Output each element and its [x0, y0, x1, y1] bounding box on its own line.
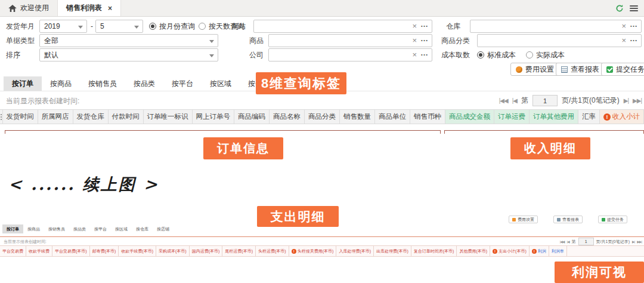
dimension-tab[interactable]: 按订单: [4, 76, 42, 91]
menu-icon[interactable]: [630, 5, 638, 11]
clear-icon[interactable]: ×: [620, 35, 628, 47]
dimension-tab[interactable]: 按销售员: [80, 76, 125, 91]
dimension-tab[interactable]: 按品类: [125, 76, 163, 91]
prev-page-icon[interactable]: |◀: [512, 97, 517, 104]
page-number-input[interactable]: [578, 238, 594, 245]
lookup-icon[interactable]: …: [419, 20, 432, 32]
dimension-tab[interactable]: 按区域: [202, 76, 240, 91]
ship-month-select[interactable]: 5: [95, 20, 143, 33]
dimension-tab[interactable]: 按销售员: [44, 224, 69, 233]
first-page-icon[interactable]: |◀◀: [499, 97, 508, 104]
column-header[interactable]: ! 收款手续费: [26, 246, 52, 256]
mini-fee-settings-button[interactable]: 费用设置: [509, 216, 538, 223]
radio-on-icon: [477, 51, 484, 59]
column-header[interactable]: ! 发货仓库: [73, 110, 109, 124]
column-header[interactable]: ! 网上订单号: [193, 110, 235, 124]
column-header[interactable]: ! 商品名称: [270, 110, 305, 124]
column-header[interactable]: ! 订单其他费用: [530, 110, 578, 124]
column-header[interactable]: ! 头程运费(本币): [256, 246, 289, 256]
last-page-icon[interactable]: ▶▶|: [637, 239, 642, 244]
lookup-icon[interactable]: …: [419, 35, 432, 47]
page-label: 第: [521, 96, 528, 106]
close-tab-icon[interactable]: ×: [108, 4, 112, 13]
column-header[interactable]: ! 平台交易费: [0, 246, 26, 256]
report-list-icon: [561, 66, 568, 73]
website-input[interactable]: [254, 21, 410, 32]
submit-task-button[interactable]: 提交任务: [601, 63, 644, 76]
tabbar-actions: [615, 0, 644, 16]
column-header[interactable]: ! 尾程运费(本币): [222, 246, 256, 256]
column-header[interactable]: ! 收款手续费(本币): [119, 246, 156, 256]
dimension-tab[interactable]: 按订单: [2, 224, 23, 233]
radio-by-month[interactable]: 按月份查询: [149, 20, 195, 33]
column-header[interactable]: ! 商品编码: [234, 110, 270, 124]
dimension-tab[interactable]: 按平台: [163, 76, 202, 91]
product-label: 商品: [249, 34, 264, 47]
clear-icon[interactable]: ×: [410, 49, 419, 61]
warehouse-input[interactable]: [470, 21, 620, 32]
dimension-tab[interactable]: 按商品: [23, 224, 44, 233]
column-header[interactable]: ! 邮寄费(本币): [90, 246, 119, 256]
fee-settings-button[interactable]: 费用设置: [510, 63, 559, 76]
last-page-icon[interactable]: ▶▶|: [633, 97, 642, 104]
view-report-button[interactable]: 查看报表: [556, 63, 605, 76]
dimension-tab[interactable]: 按区域: [111, 224, 132, 233]
lookup-icon[interactable]: …: [628, 35, 641, 47]
column-header[interactable]: ! 支出小计(本币): [490, 246, 530, 256]
column-header[interactable]: ! 销售数量: [340, 110, 375, 124]
company-input[interactable]: [269, 50, 410, 60]
column-header[interactable]: ! 采购成本(本币): [156, 246, 190, 256]
page-info: 页/共1页(0笔记录): [562, 96, 620, 106]
page-number-input[interactable]: [532, 95, 558, 106]
mini-view-report-button[interactable]: 查看报表: [553, 216, 583, 223]
column-header[interactable]: ! 头程报关费用(本币): [289, 246, 337, 256]
column-header[interactable]: ! 利润率: [549, 246, 567, 256]
doc-type-select[interactable]: 全部: [39, 34, 218, 47]
refresh-icon[interactable]: [615, 4, 624, 13]
column-header[interactable]: ! 平台交易费(本币): [52, 246, 90, 256]
next-page-icon[interactable]: ▶|: [632, 239, 634, 244]
dimension-tab[interactable]: 按店铺: [153, 224, 174, 233]
column-header[interactable]: ! 销售币种: [410, 110, 445, 124]
column-header[interactable]: ! 商品单位: [375, 110, 410, 124]
column-header[interactable]: ! 其他费用(本币): [457, 246, 490, 256]
tab-sales-profit-report[interactable]: 销售利润表 ×: [57, 0, 121, 16]
warning-icon: !: [532, 249, 537, 254]
next-page-icon[interactable]: ▶|: [624, 97, 628, 104]
product-input[interactable]: [269, 35, 410, 46]
radio-standard-cost[interactable]: 标准成本: [477, 48, 516, 61]
column-header[interactable]: ! 发货时间: [3, 110, 38, 124]
column-header[interactable]: ! 商品成交金额: [445, 110, 494, 124]
radio-actual-cost[interactable]: 实际成本: [526, 48, 565, 61]
column-header[interactable]: ! 收入小计: [600, 110, 644, 124]
column-header[interactable]: ! 利润: [530, 246, 549, 256]
column-header[interactable]: ! 入库处理费(本币): [336, 246, 374, 256]
prev-page-icon[interactable]: |◀: [566, 239, 569, 244]
mini-submit-task-button[interactable]: 提交任务: [598, 216, 627, 223]
column-header[interactable]: ! 复合订单时间差(本币): [411, 246, 457, 256]
lookup-icon[interactable]: …: [419, 49, 432, 61]
column-header[interactable]: ! 订单运费: [494, 110, 530, 124]
clear-icon[interactable]: ×: [410, 20, 419, 32]
dimension-tab[interactable]: 按品类: [69, 224, 90, 233]
column-header[interactable]: ! 出库处理费(本币): [374, 246, 411, 256]
ship-year-select[interactable]: 2019: [39, 20, 87, 33]
dimension-tab[interactable]: 按仓库: [132, 224, 153, 233]
column-header[interactable]: ! 汇率: [578, 110, 600, 124]
warning-icon: !: [292, 249, 296, 254]
column-header[interactable]: ! 国内运费(本币): [190, 246, 223, 256]
dimension-tab[interactable]: 按商品: [42, 76, 80, 91]
tab-welcome[interactable]: 欢迎使用: [0, 0, 57, 16]
clear-icon[interactable]: ×: [410, 35, 419, 47]
column-header[interactable]: ! 所属网店: [38, 110, 73, 124]
column-header[interactable]: ! 付款时间: [109, 110, 144, 124]
first-page-icon[interactable]: |◀◀: [560, 239, 565, 244]
chevron-down-icon: [78, 26, 83, 29]
category-input[interactable]: [478, 35, 620, 46]
column-header[interactable]: ! 商品分类: [305, 110, 340, 124]
column-header[interactable]: ! 订单唯一标识: [144, 110, 193, 124]
clear-icon[interactable]: ×: [620, 20, 628, 32]
sort-select[interactable]: 默认: [39, 48, 218, 61]
dimension-tab[interactable]: 按平台: [90, 224, 111, 233]
lookup-icon[interactable]: …: [628, 20, 641, 32]
